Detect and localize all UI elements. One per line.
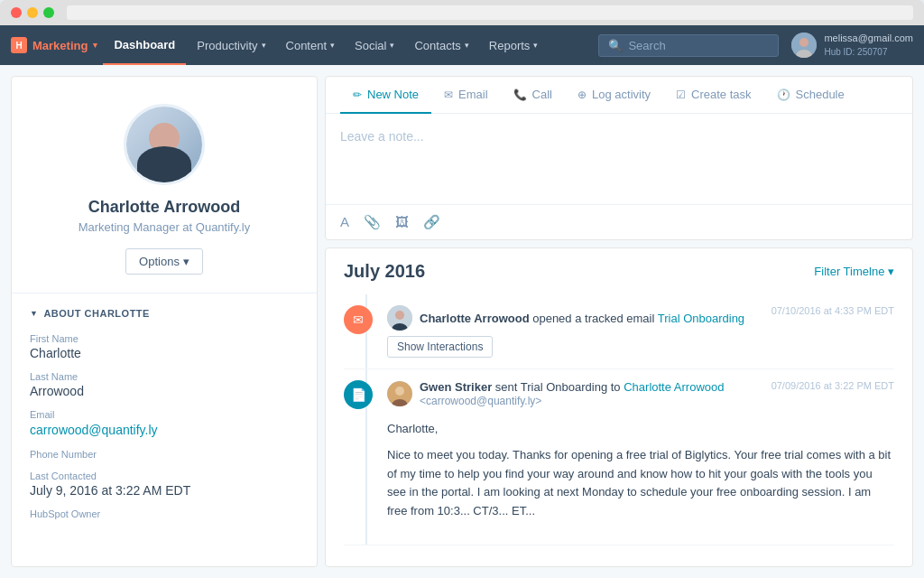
content-chevron-icon: ▾ [330,41,335,50]
top-nav: H Marketing ▾ Dashboard Productivity ▾ C… [0,25,924,65]
hubspot-owner-label: HubSpot Owner [30,508,299,519]
main-content: Charlotte Arrowood Marketing Manager at … [0,65,924,578]
about-triangle-icon: ▼ [30,309,38,318]
search-bar[interactable]: 🔍 Search [598,34,779,57]
text-format-tool[interactable]: A [340,214,349,230]
schedule-icon: 🕐 [777,89,790,101]
window-chrome [0,0,924,25]
timeline-main-row: Charlotte Arrowood opened a tracked emai… [387,305,894,331]
timeline-timestamp-1: 07/10/2016 at 4:33 PM EDT [772,305,894,316]
last-name-value: Arrowood [30,384,299,398]
last-name-field: Last Name Arrowood [30,371,299,398]
nav-user[interactable]: melissa@gmail.com Hub ID: 250707 [791,32,913,58]
avatar-body [137,146,191,182]
document-icon: 📄 [351,387,366,402]
timeline-item-text-2: Gwen Striker sent Trial Onboarding to Ch… [420,380,724,407]
user-info: melissa@gmail.com Hub ID: 250707 [824,32,913,58]
hub-id: Hub ID: 250707 [824,46,913,59]
nav-productivity[interactable]: Productivity ▾ [188,25,274,65]
minimize-button[interactable] [27,7,38,18]
note-area[interactable]: Leave a note... [326,114,912,204]
nav-brand[interactable]: H Marketing ▾ [11,37,97,53]
social-chevron-icon: ▾ [390,41,394,50]
note-placeholder: Leave a note... [340,129,424,144]
nav-contacts[interactable]: Contacts ▾ [405,25,477,65]
phone-field: Phone Number [30,449,299,460]
last-contacted-value: July 9, 2016 at 3:22 AM EDT [30,483,299,498]
filter-timeline-button[interactable]: Filter Timelne ▾ [814,265,894,278]
user-email: melissa@gmail.com [824,32,913,45]
timeline-item: ✉ [344,294,894,369]
profile-name: Charlotte Arrowood [30,198,299,217]
email-value[interactable]: carrowood@quantify.ly [30,423,158,437]
tab-call[interactable]: 📞 Call [501,77,565,114]
charlotte-avatar [387,305,412,331]
svg-point-7 [395,387,404,396]
image-tool[interactable]: 🖼 [395,214,409,230]
trial-onboarding-link-1[interactable]: Trial Onboarding [658,312,744,325]
hubspot-owner-field: HubSpot Owner [30,508,299,519]
nav-dashboard-link[interactable]: Dashboard [103,25,186,65]
first-name-field: First Name Charlotte [30,333,299,360]
log-activity-icon: ⊕ [578,89,587,101]
hubspot-logo: H [11,37,27,53]
options-chevron-icon: ▾ [183,255,189,268]
brand-chevron-icon: ▾ [93,41,97,50]
nav-brand-label: Marketing [32,39,88,52]
timeline-item: 📄 [344,369,894,545]
charlotte-link[interactable]: Charlotte Arrowood [624,380,724,394]
last-contacted-field: Last Contacted July 9, 2016 at 3:22 AM E… [30,471,299,498]
tab-schedule[interactable]: 🕐 Schedule [764,77,857,114]
note-toolbar: A 📎 🖼 🔗 [326,204,912,239]
email-label: Email [30,409,299,420]
close-button[interactable] [11,7,22,18]
show-interactions-button[interactable]: Show Interactions [387,336,493,358]
address-bar[interactable] [67,5,913,20]
profile-section: Charlotte Arrowood Marketing Manager at … [12,77,317,294]
tab-email[interactable]: ✉ Email [431,77,501,114]
timeline-month: July 2016 [344,261,425,282]
email-open-icon: ✉ [353,312,364,327]
email-field: Email carrowood@quantify.ly [30,409,299,438]
contacts-chevron-icon: ▾ [465,41,469,50]
timeline-item-content-2: Gwen Striker sent Trial Onboarding to Ch… [387,380,894,534]
svg-point-1 [799,38,808,47]
call-icon: 📞 [513,89,527,101]
profile-title: Marketing Manager at Quantify.ly [30,220,299,234]
maximize-button[interactable] [43,7,54,18]
activity-tabs: ✏ New Note ✉ Email 📞 Call ⊕ Log activity… [326,77,912,114]
email-icon: ✉ [444,89,453,101]
email-preview: Charlotte, Nice to meet you today. Thank… [387,413,894,534]
link-tool[interactable]: 🔗 [423,214,440,230]
timeline-header: July 2016 Filter Timelne ▾ [326,248,912,294]
first-name-label: First Name [30,333,299,344]
create-task-icon: ☑ [676,89,686,101]
about-header: ▼ ABOUT CHARLOTTE [30,308,299,319]
productivity-chevron-icon: ▾ [262,41,266,50]
nav-content[interactable]: Content ▾ [277,25,345,65]
nav-reports[interactable]: Reports ▾ [480,25,548,65]
left-panel: Charlotte Arrowood Marketing Manager at … [11,76,318,567]
options-button[interactable]: Options ▾ [125,248,203,275]
gwen-avatar [387,381,412,406]
timeline-body: ✉ [326,294,912,545]
phone-label: Phone Number [30,449,299,460]
tab-create-task[interactable]: ☑ Create task [663,77,763,114]
about-section: ▼ ABOUT CHARLOTTE First Name Charlotte L… [12,294,317,545]
user-avatar [791,33,817,58]
timeline-email-dot: ✉ [344,305,373,334]
nav-social[interactable]: Social ▾ [346,25,403,65]
timeline-doc-dot: 📄 [344,380,373,409]
first-name-value: Charlotte [30,346,299,360]
tab-log-activity[interactable]: ⊕ Log activity [565,77,663,114]
last-contacted-label: Last Contacted [30,471,299,481]
avatar-image [126,107,202,182]
new-note-icon: ✏ [353,89,362,101]
timeline-main-row-2: Gwen Striker sent Trial Onboarding to Ch… [387,380,894,407]
timeline-item-text: Charlotte Arrowood opened a tracked emai… [420,312,744,325]
timeline-item-content: Charlotte Arrowood opened a tracked emai… [387,305,894,358]
tab-new-note[interactable]: ✏ New Note [340,77,431,114]
attachment-tool[interactable]: 📎 [364,214,381,230]
timeline-card: July 2016 Filter Timelne ▾ ✉ [325,247,913,567]
svg-point-4 [395,311,404,320]
